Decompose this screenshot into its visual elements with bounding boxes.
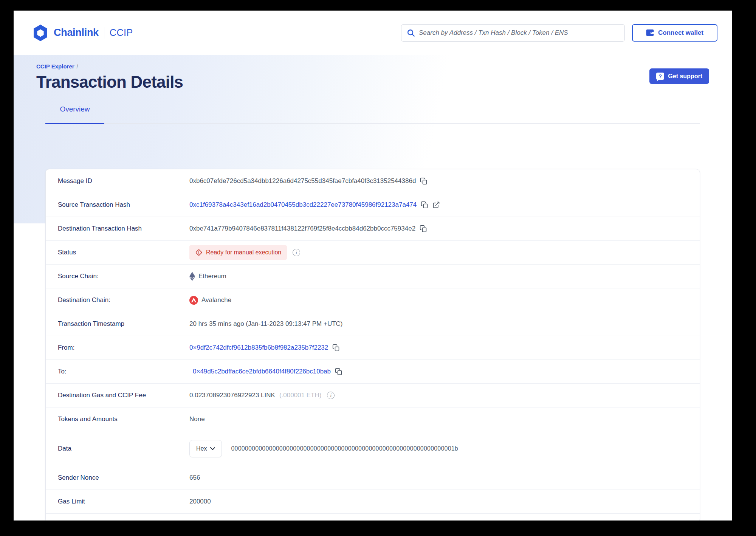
to-address-link[interactable]: 0×49d5c2bdffac6ce2bfdb6640f4f80f226bc10b… <box>193 368 331 375</box>
copy-icon[interactable] <box>420 225 427 232</box>
copy-icon[interactable] <box>332 344 340 352</box>
table-row-sender-nonce: Sender Nonce 656 <box>46 466 700 490</box>
status-badge-label: Ready for manual execution <box>206 249 281 256</box>
gas-limit-value: 200000 <box>189 498 211 505</box>
row-label: Source Chain: <box>58 273 189 280</box>
top-navigation-bar: Chainlink CCIP Connect wallet <box>14 11 732 55</box>
source-tx-hash-link[interactable]: 0xc1f69378a4c343ef16ad2b0470455db3cd2222… <box>189 201 417 209</box>
connect-wallet-label: Connect wallet <box>658 29 703 37</box>
dest-chain-value: Avalanche <box>201 296 231 304</box>
breadcrumb-link[interactable]: CCIP Explorer <box>36 63 74 70</box>
row-label: Transaction Timestamp <box>58 320 189 328</box>
search-icon <box>407 29 415 37</box>
heading-row: CCIP Explorer/ Transaction Details ? Get… <box>36 63 714 91</box>
get-support-label: Get support <box>668 73 702 80</box>
row-label: Data <box>58 445 189 452</box>
data-format-dropdown[interactable]: Hex <box>189 440 222 457</box>
row-label: Gas Limit <box>58 498 189 505</box>
row-label: Message ID <box>58 177 189 185</box>
from-address-link[interactable]: 0×9df2c742dfcf9612b835fb6b8f982a235b7f22… <box>189 344 328 352</box>
data-format-value: Hex <box>196 445 207 452</box>
row-label: Destination Transaction Hash <box>58 225 189 232</box>
dest-tx-hash-value: 0xbe741a779b9407846e837811f438122f769f25… <box>189 225 415 232</box>
source-chain-value: Ethereum <box>198 273 226 280</box>
fee-value: 0.023708923076922923 LINK <box>189 392 275 399</box>
row-label: Tokens and Amounts <box>58 415 189 423</box>
row-label: Destination Gas and CCIP Fee <box>58 392 189 399</box>
ccip-explorer-page: Chainlink CCIP Connect wallet <box>14 11 732 521</box>
timestamp-value: 20 hrs 35 mins ago (Jan-11-2023 09:13:47… <box>189 320 343 328</box>
table-row-fee: Destination Gas and CCIP Fee 0.023708923… <box>46 384 700 407</box>
tab-bar: Overview <box>45 105 700 124</box>
message-id-value: 0xb6c07efde726cd5a34dbb1226a6d4275c55d34… <box>189 177 416 185</box>
table-row-source-tx-hash: Source Transaction Hash 0xc1f69378a4c343… <box>46 193 700 217</box>
page-title: Transaction Details <box>36 73 183 91</box>
wallet-icon <box>646 29 654 36</box>
copy-icon[interactable] <box>335 368 342 375</box>
copy-icon[interactable] <box>421 201 428 209</box>
row-label: Status <box>58 249 189 256</box>
table-row-dest-chain: Destination Chain: Avalanche <box>46 288 700 312</box>
avalanche-icon <box>189 296 198 305</box>
table-row-data: Data Hex 0000000000000000000000000000000… <box>46 431 700 466</box>
chainlink-hexagon-icon <box>33 24 48 42</box>
chevron-down-icon <box>210 447 215 450</box>
row-label: Source Transaction Hash <box>58 201 189 209</box>
ethereum-icon <box>189 272 195 281</box>
table-row-tokens: Tokens and Amounts None <box>46 407 700 431</box>
table-row-from: From: 0×9df2c742dfcf9612b835fb6b8f982a23… <box>46 336 700 360</box>
external-link-icon[interactable] <box>432 201 440 209</box>
get-support-button[interactable]: ? Get support <box>649 68 709 84</box>
brand-divider <box>104 27 104 39</box>
warning-diamond-icon <box>195 249 203 256</box>
table-row-dest-tx-hash: Destination Transaction Hash 0xbe741a779… <box>46 217 700 241</box>
search-bar[interactable] <box>401 24 625 42</box>
copy-icon[interactable] <box>420 177 428 185</box>
row-label: Destination Chain: <box>58 296 189 304</box>
fee-eth-value: (.000001 ETH) <box>279 392 322 399</box>
chainlink-ccip-logo[interactable]: Chainlink CCIP <box>33 24 133 42</box>
table-row-timestamp: Transaction Timestamp 20 hrs 35 mins ago… <box>46 312 700 336</box>
tokens-value: None <box>189 415 205 423</box>
row-label: From: <box>58 344 189 352</box>
row-label: Sender Nonce <box>58 474 189 482</box>
table-row-message-id: Message ID 0xb6c07efde726cd5a34dbb1226a6… <box>46 169 700 193</box>
info-icon[interactable]: i <box>293 249 300 256</box>
info-icon[interactable]: i <box>327 392 335 399</box>
status-badge: Ready for manual execution <box>189 245 287 260</box>
transaction-details-card: Message ID 0xb6c07efde726cd5a34dbb1226a6… <box>45 169 700 521</box>
brand-name: Chainlink <box>54 27 99 39</box>
question-bubble-icon: ? <box>656 73 664 80</box>
table-row-gas-limit: Gas Limit 200000 <box>46 490 700 514</box>
main-content: CCIP Explorer/ Transaction Details ? Get… <box>14 63 732 521</box>
brand-product: CCIP <box>110 27 133 38</box>
table-row-source-chain: Source Chain: Ethereum <box>46 265 700 288</box>
search-input[interactable] <box>419 29 619 37</box>
table-row-status: Status Ready for manual execution i <box>46 241 700 265</box>
breadcrumb-separator: / <box>77 63 78 70</box>
table-row-to: To: 0×49d5c2bdffac6ce2bfdb6640f4f80f226b… <box>46 360 700 384</box>
breadcrumb[interactable]: CCIP Explorer/ <box>36 63 183 70</box>
tab-overview[interactable]: Overview <box>45 105 104 124</box>
sender-nonce-value: 656 <box>189 474 200 482</box>
data-hex-value: 0000000000000000000000000000000000000000… <box>231 445 458 452</box>
heading-left: CCIP Explorer/ Transaction Details <box>36 63 183 91</box>
connect-wallet-button[interactable]: Connect wallet <box>632 24 717 42</box>
row-label: To: <box>58 368 189 375</box>
